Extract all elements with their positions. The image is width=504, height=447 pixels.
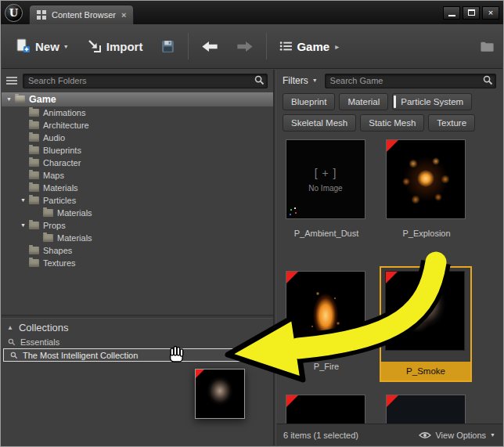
folder-icon — [29, 159, 39, 167]
back-button[interactable] — [196, 37, 224, 56]
filters-label: Filters — [283, 75, 308, 86]
tree-item-label: Textures — [43, 258, 76, 268]
collections-header-label: Collections — [19, 322, 69, 333]
asset-thumbnail-smoke[interactable] — [385, 271, 465, 351]
tab-content-browser[interactable]: Content Browser × — [29, 5, 134, 24]
asset-tile-partial-1[interactable] — [286, 395, 365, 424]
tree-item-character[interactable]: Character — [2, 157, 273, 169]
search-icon — [254, 75, 265, 85]
tree-item-label: Particles — [43, 196, 76, 205]
save-all-button[interactable] — [155, 35, 181, 58]
asset-label: P_Ambient_Dust — [276, 229, 376, 238]
maximize-icon — [468, 9, 475, 16]
folder-icon — [29, 109, 39, 117]
tree-item-blueprints[interactable]: Blueprints — [2, 144, 273, 157]
pixel-dot-blue — [290, 214, 291, 215]
tree-item-materials[interactable]: Materials — [2, 182, 273, 194]
tree-item-label: Game — [29, 94, 56, 105]
chip-label: Skeletal Mesh — [291, 118, 347, 128]
folder-icon — [29, 259, 39, 267]
chip-label: Material — [347, 97, 380, 106]
collections-expand-icon[interactable]: ▲ — [7, 324, 13, 331]
maximize-button[interactable] — [463, 6, 480, 20]
collections-header[interactable]: ▲ Collections — [2, 319, 273, 336]
expander-icon[interactable]: ▼ — [6, 96, 15, 102]
open-folder-icon — [15, 96, 25, 103]
filter-chip-particle-system[interactable]: Particle System — [392, 93, 472, 110]
collection-item-label: The Most Intelligent Collection — [23, 351, 138, 360]
unsaved-flag-icon — [387, 395, 398, 407]
collection-item-label: Essentials — [20, 337, 59, 347]
filter-chip-material[interactable]: Material — [339, 93, 388, 110]
forward-button[interactable] — [231, 37, 259, 56]
chip-label: Blueprint — [291, 97, 326, 106]
asset-tile-p-smoke-selected[interactable]: P_Smoke — [380, 266, 472, 382]
tree-item-label: Maps — [43, 171, 64, 180]
asset-tile-p-explosion[interactable] — [386, 139, 466, 219]
asset-tile-p-ambient-dust[interactable]: [ + ] No Image — [286, 139, 365, 219]
unsaved-flag-icon — [196, 369, 204, 378]
tree-item-game[interactable]: ▼ Game — [2, 92, 273, 106]
import-button[interactable]: Import — [81, 34, 149, 58]
tree-item-shapes[interactable]: Shapes — [2, 244, 273, 257]
asset-tile-partial-2[interactable] — [386, 395, 466, 424]
no-image-label: No Image — [308, 184, 342, 193]
minimize-button[interactable] — [443, 6, 460, 20]
path-breadcrumb[interactable]: Game ▸ — [274, 36, 344, 57]
expander-icon[interactable]: ▼ — [20, 222, 29, 228]
asset-label: P_Fire — [276, 362, 376, 371]
lock-folder-icon[interactable] — [480, 41, 495, 52]
pixel-dot-red — [295, 212, 297, 214]
titlebar[interactable]: U Content Browser × × — [1, 1, 503, 24]
new-button[interactable]: New ▼ — [9, 34, 74, 58]
tree-item-label: Materials — [57, 233, 92, 243]
sources-toggle-icon[interactable] — [6, 76, 17, 85]
asset-label: P_Explosion — [376, 229, 477, 238]
status-bar: 6 items (1 selected) View Options ▼ — [276, 424, 502, 445]
expander-icon[interactable]: ▼ — [20, 197, 29, 203]
tab-close-icon[interactable]: × — [121, 10, 126, 20]
folder-icon — [29, 134, 39, 142]
close-button[interactable]: × — [482, 6, 499, 20]
collection-item-essentials[interactable]: Essentials — [2, 336, 273, 348]
folder-icon — [43, 234, 53, 242]
asset-tile-p-fire[interactable] — [286, 271, 365, 351]
chip-label: Texture — [437, 118, 466, 128]
tree-item-label: Blueprints — [43, 146, 81, 155]
folder-icon — [43, 209, 53, 217]
view-options-button[interactable]: View Options ▼ — [419, 431, 495, 440]
tab-title: Content Browser — [52, 10, 116, 20]
pixel-dot-green — [290, 209, 292, 211]
close-icon: × — [488, 8, 493, 17]
content-browser-window: U Content Browser × × New ▼ — [0, 0, 504, 447]
drag-ghost-p-smoke[interactable] — [195, 369, 245, 419]
save-floppy-icon — [160, 39, 175, 54]
tree-item-label: Architecture — [43, 121, 89, 130]
breadcrumb-arrow-icon[interactable]: ▸ — [335, 42, 339, 51]
tree-item-animations[interactable]: Animations — [2, 106, 273, 119]
tree-item-label: Character — [43, 158, 81, 168]
tree-item-architecture[interactable]: Architecture — [2, 119, 273, 132]
filters-dropdown-icon: ▼ — [312, 78, 318, 83]
chip-label: Particle System — [401, 97, 463, 106]
new-dropdown-icon: ▼ — [63, 44, 69, 49]
tree-item-label: Shapes — [43, 246, 72, 255]
forward-arrow-icon — [236, 41, 254, 52]
breadcrumb-game[interactable]: Game — [297, 40, 329, 53]
filters-button[interactable]: Filters ▼ — [283, 75, 318, 86]
tree-item-props-materials[interactable]: Materials — [2, 232, 273, 244]
tree-item-props[interactable]: ▼ Props — [2, 219, 273, 232]
tree-item-textures[interactable]: Textures — [2, 257, 273, 269]
no-image-glyph: [ + ] — [315, 167, 337, 179]
folder-icon — [29, 184, 39, 192]
tree-item-maps[interactable]: Maps — [2, 169, 273, 182]
tree-item-particles-materials[interactable]: Materials — [2, 207, 273, 219]
search-folders-input[interactable] — [23, 74, 268, 88]
tree-item-particles[interactable]: ▼ Particles — [2, 194, 273, 207]
filter-chip-blueprint[interactable]: Blueprint — [283, 93, 335, 110]
tree-item-audio[interactable]: Audio — [2, 132, 273, 144]
collection-item-most-intelligent[interactable]: The Most Intelligent Collection — [3, 348, 272, 362]
asset-panel: Filters ▼ Blueprint Material Particle Sy… — [276, 70, 502, 445]
search-assets-input[interactable] — [325, 74, 496, 88]
tree-item-label: Materials — [57, 208, 92, 218]
